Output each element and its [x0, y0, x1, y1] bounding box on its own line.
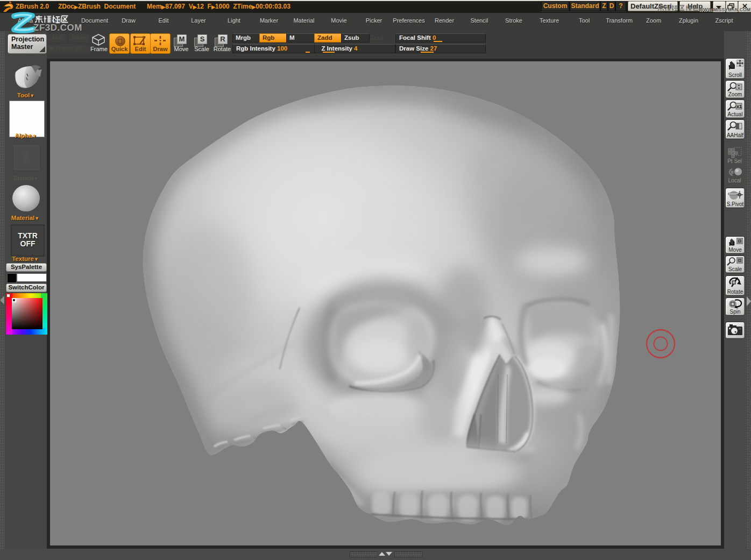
svg-text:x1: x1 [736, 104, 742, 109]
